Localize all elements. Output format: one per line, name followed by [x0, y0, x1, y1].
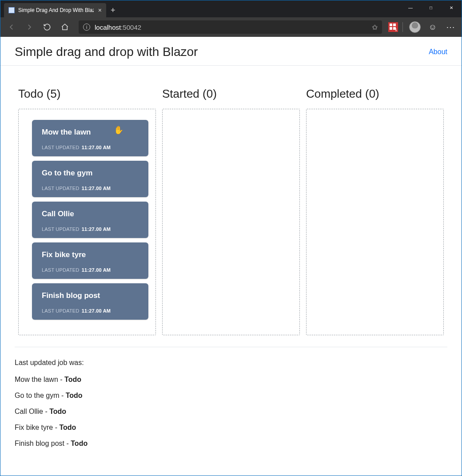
card-title: Fix bike tyre [42, 250, 139, 259]
card-meta: LAST UPDATED 11:27.00 AM [42, 267, 139, 273]
address-bar[interactable]: i localhost:50042 ✩ [79, 20, 382, 34]
title-bar: Simple Drag And Drop With Blaz × + — □ ✕ [0, 0, 462, 17]
job-card[interactable]: Mow the lawn LAST UPDATED 11:27.00 AM [32, 120, 148, 156]
feedback-button[interactable]: ☺ [425, 20, 440, 34]
log-heading: Last updated job was: [15, 359, 447, 367]
more-button[interactable]: ⋯ [443, 20, 458, 34]
dropzone-completed[interactable] [306, 109, 444, 335]
log-row: Mow the lawn - Todo [15, 376, 447, 384]
maximize-button[interactable]: □ [421, 0, 441, 15]
home-button[interactable] [57, 20, 72, 34]
site-info-icon[interactable]: i [83, 24, 90, 31]
avatar-icon [409, 21, 421, 33]
dropzone-started[interactable] [162, 109, 300, 335]
browser-toolbar: i localhost:50042 ✩ 1 ☺ ⋯ [0, 17, 462, 37]
update-log: Last updated job was: Mow the lawn - Tod… [15, 347, 447, 448]
url-host: localhost [95, 24, 121, 31]
close-window-button[interactable]: ✕ [441, 0, 462, 15]
dropzone-todo[interactable]: Mow the lawn LAST UPDATED 11:27.00 AM Go… [18, 109, 156, 335]
column-started: Started (0) [162, 87, 300, 335]
job-card[interactable]: Call Ollie LAST UPDATED 11:27.00 AM [32, 202, 148, 238]
card-meta: LAST UPDATED 11:27.00 AM [42, 226, 139, 232]
column-todo: Todo (5) Mow the lawn LAST UPDATED 11:27… [18, 87, 156, 335]
url-port: :50042 [121, 24, 141, 31]
toolbar-divider [402, 22, 403, 32]
back-button[interactable] [4, 20, 19, 34]
window-controls: — □ ✕ [400, 0, 462, 15]
tab-strip: Simple Drag And Drop With Blaz × + [0, 0, 400, 17]
profile-button[interactable] [407, 20, 422, 34]
page-header: Simple drag and drop with Blazor About [0, 37, 462, 66]
page-icon [8, 7, 15, 13]
job-card[interactable]: Fix bike tyre LAST UPDATED 11:27.00 AM [32, 242, 148, 279]
log-row: Finish blog post - Todo [15, 440, 447, 448]
about-link[interactable]: About [429, 48, 447, 56]
minimize-button[interactable]: — [400, 0, 421, 15]
card-title: Go to the gym [42, 169, 139, 178]
page-content: Simple drag and drop with Blazor About T… [0, 37, 462, 476]
favorite-icon[interactable]: ✩ [372, 23, 378, 32]
new-tab-button[interactable]: + [111, 3, 116, 17]
card-title: Finish blog post [42, 291, 139, 300]
card-meta: LAST UPDATED 11:27.00 AM [42, 145, 139, 150]
browser-tab[interactable]: Simple Drag And Drop With Blaz × [4, 3, 106, 17]
card-meta: LAST UPDATED 11:27.00 AM [42, 186, 139, 191]
column-title: Todo (5) [18, 87, 156, 101]
log-row: Call Ollie - Todo [15, 408, 447, 416]
column-completed: Completed (0) [306, 87, 444, 335]
extension-badge[interactable]: 1 [388, 22, 398, 32]
job-card[interactable]: Finish blog post LAST UPDATED 11:27.00 A… [32, 283, 148, 320]
kanban-board: Todo (5) Mow the lawn LAST UPDATED 11:27… [0, 66, 462, 347]
url-text: localhost:50042 [95, 24, 141, 31]
job-card[interactable]: Go to the gym LAST UPDATED 11:27.00 AM [32, 161, 148, 197]
log-row: Fix bike tyre - Todo [15, 424, 447, 432]
refresh-button[interactable] [40, 20, 55, 34]
card-title: Call Ollie [42, 210, 139, 218]
close-tab-icon[interactable]: × [98, 7, 102, 14]
page-title: Simple drag and drop with Blazor [15, 45, 198, 59]
column-title: Started (0) [162, 87, 300, 101]
log-row: Go to the gym - Todo [15, 392, 447, 400]
forward-button[interactable] [22, 20, 37, 34]
card-title: Mow the lawn [42, 128, 139, 137]
app-window: Simple Drag And Drop With Blaz × + — □ ✕… [0, 0, 462, 476]
tab-title: Simple Drag And Drop With Blaz [18, 7, 94, 13]
card-meta: LAST UPDATED 11:27.00 AM [42, 308, 139, 313]
column-title: Completed (0) [306, 87, 444, 101]
